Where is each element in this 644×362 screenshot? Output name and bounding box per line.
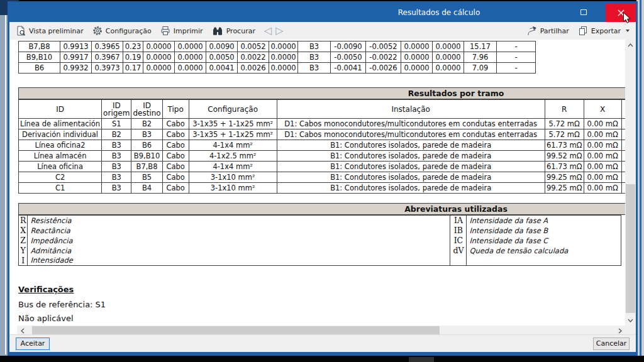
table-cell: Z [19, 236, 28, 246]
table-row: B60.99320.39730.170.00000.00000.00410.00… [19, 63, 536, 74]
toolbar: Vista preliminar Configuração Imprimir [9, 22, 636, 40]
section-band-tramo: Resultados por tramo [18, 87, 625, 99]
table-row: B7,B80.99130.39650.230.00000.00000.00900… [19, 41, 536, 52]
table-cell: B3 [298, 52, 331, 63]
table-cell: Queda de tensão calculada [467, 246, 621, 256]
table-cell: 99.52 mΩ [545, 151, 584, 162]
maximize-button[interactable] [580, 9, 587, 15]
export-button[interactable]: Exportar [578, 26, 630, 36]
table-cell: 0.9932 [60, 63, 92, 74]
search-button[interactable]: Procurar [212, 26, 255, 36]
reference-bus-text: Bus de referência: S1 [18, 300, 106, 309]
table-cell: 0.0000 [269, 52, 298, 63]
verifications-title: Verificações [18, 285, 74, 294]
print-button[interactable]: Imprimir [160, 26, 203, 36]
table-cell: B7,B8 [19, 41, 60, 52]
table-cell: B3 [298, 41, 331, 52]
table-row: YAdmitânciadVQueda de tensão calculada [19, 246, 621, 256]
table-row: C1B3B4Cabo3-1x10 mm²B1: Condutores isola… [19, 183, 626, 194]
table-cell: Cabo [162, 129, 189, 140]
table-cell: B4 [131, 183, 162, 194]
table-cell: Intensidade da fase A [467, 216, 621, 226]
binoculars-icon [212, 26, 223, 36]
table-cell: 0.0022 [238, 52, 269, 63]
table-cell: 0.0026 [238, 63, 269, 74]
table-cell: Intensidade [28, 256, 450, 266]
settings-button[interactable]: Configuração [92, 26, 152, 36]
table-cell: Línea almacén [19, 151, 102, 162]
table-cell: 0.00 mΩ [584, 183, 621, 194]
table-cell: 0.00 mΩ [584, 162, 621, 172]
table-row: Derivación individualB2B3Cabo3-1x35 + 1-… [19, 129, 626, 140]
table-cell: 0.19 [123, 52, 143, 63]
table-cell: 15.17 [464, 41, 497, 52]
table-cell: -0.0050 [331, 52, 366, 63]
table-cell: 0.9913 [60, 41, 92, 52]
cancel-button[interactable]: Cancelar [593, 337, 630, 350]
table-row: ZImpedânciaICIntensidade da fase C [19, 236, 621, 246]
table-cell: 5.72 mΩ [545, 129, 584, 140]
print-preview-button[interactable]: Vista preliminar [16, 26, 84, 36]
table-cell: B3 [102, 151, 131, 162]
section-band-abbreviations: Abreviaturas utilizadas [18, 203, 625, 215]
table-cell: Derivación individual [19, 129, 102, 140]
table-cell: 99.25 mΩ [545, 183, 584, 194]
table-cell: Instalação [277, 100, 545, 119]
table-row: RResistênciaIAIntensidade da fase A [19, 216, 621, 226]
table-cell: 0.0000 [143, 52, 175, 63]
chevron-down-icon [628, 319, 633, 322]
table-cell: 0.00 mΩ [584, 129, 621, 140]
vertical-scroll-thumb[interactable] [626, 184, 635, 313]
table-row: IDID origemID destinoTipoConfiguraçãoIns… [19, 100, 626, 119]
table-cell: 3-1x35 + 1-1x25 mm² [189, 119, 277, 129]
table-cell: ID origem [102, 100, 131, 119]
mouse-cursor [623, 12, 631, 25]
table-cell: 0.00 mΩ [584, 172, 621, 183]
table-cell: 99.25 mΩ [545, 172, 584, 183]
title-bar[interactable]: Resultados de cálculo [9, 3, 636, 22]
table-cell: 0.0000 [401, 41, 433, 52]
table-cell: R [545, 100, 584, 119]
chevron-left-icon [21, 328, 25, 334]
table-cell: 0.9917 [60, 52, 92, 63]
report-content: B7,B80.99130.39650.230.00000.00000.00900… [18, 40, 625, 326]
table-cell: B3 [102, 183, 131, 194]
table-cell: 0.0000 [401, 52, 433, 63]
abbreviations-table: RResistênciaIAIntensidade da fase AXReac… [18, 215, 621, 266]
report-viewport[interactable]: B7,B80.99130.39650.230.00000.00000.00900… [9, 40, 625, 326]
table-row: Línea oficina2B3B6Cabo4-1x4 mm²B1: Condu… [19, 140, 626, 151]
table-cell: X [19, 226, 28, 236]
table-cell: Tipo [162, 100, 189, 119]
accept-button[interactable]: Aceitar [16, 337, 50, 350]
table-cell: B3 [298, 63, 331, 74]
table-cell: 4-1x4 mm² [189, 140, 277, 151]
table-cell: B9,B10 [131, 151, 162, 162]
table-cell: B3 [131, 129, 162, 140]
background-divider [5, 15, 6, 354]
table-cell: IB [450, 226, 467, 236]
scroll-up-button[interactable] [625, 40, 636, 50]
tramo-table-body: Línea de alimentaciónS1B2Cabo3-1x35 + 1-… [19, 119, 626, 194]
table-cell: -0.0090 [331, 41, 366, 52]
report-area: B7,B80.99130.39650.230.00000.00000.00900… [9, 40, 636, 336]
table-cell: Intensidade da fase B [467, 226, 621, 236]
table-cell: B3 [102, 172, 131, 183]
table-cell [467, 256, 621, 266]
results-dialog: Resultados de cálculo Vista preliminar [8, 1, 638, 356]
next-page-button[interactable]: ▷ [275, 26, 283, 36]
table-cell: Cabo [162, 162, 189, 172]
table-cell: 0.0000 [433, 52, 464, 63]
close-button[interactable] [606, 3, 636, 22]
table-cell: Cabo [162, 172, 189, 183]
previous-page-button[interactable]: ◁ [264, 26, 272, 36]
table-cell: 3-1x10 mm² [189, 172, 277, 183]
table-cell: 0.0000 [433, 41, 464, 52]
vertical-scrollbar[interactable] [625, 40, 636, 326]
table-cell: B6 [19, 63, 60, 74]
table-row: Línea de alimentaciónS1B2Cabo3-1x35 + 1-… [19, 119, 626, 129]
table-cell: 4-1x4 mm² [189, 162, 277, 172]
share-button[interactable]: Partilhar [526, 26, 569, 36]
table-cell: 0.0052 [238, 41, 269, 52]
table-cell: 0.0000 [433, 63, 464, 74]
scroll-down-button[interactable] [625, 315, 636, 326]
